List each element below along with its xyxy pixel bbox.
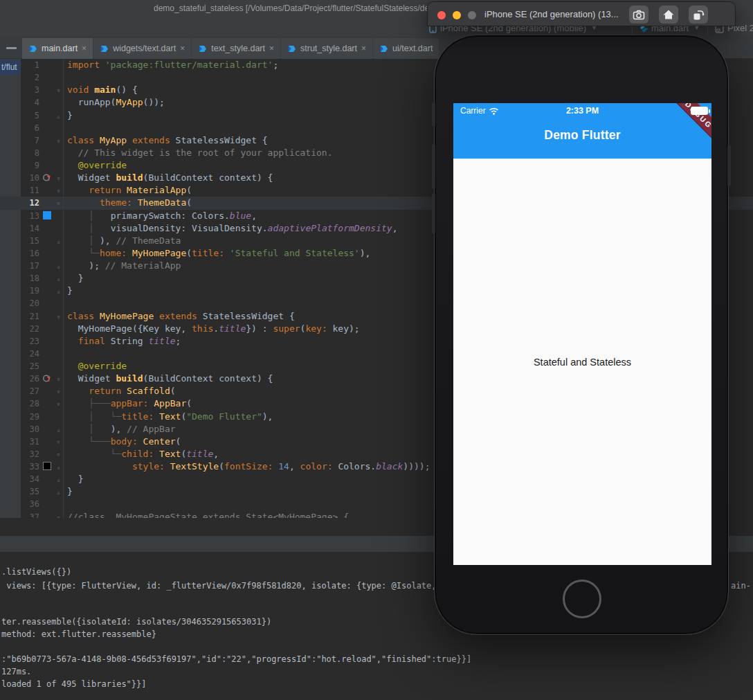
code-segment: style: — [132, 461, 170, 472]
line-number: 26 — [21, 373, 39, 385]
override-method-icon — [42, 373, 52, 383]
code-segment: } — [67, 285, 73, 296]
line-number: 9 — [21, 159, 39, 172]
tab-label: ui/text.dart — [392, 44, 433, 53]
fold-marker[interactable]: ▿ — [54, 436, 63, 449]
rotate-icon — [691, 8, 705, 21]
line-number: 11 — [21, 184, 39, 197]
fold-marker[interactable]: ▿ — [54, 84, 63, 97]
line-number: 29 — [21, 411, 39, 423]
fold-marker[interactable]: ▵ — [54, 285, 63, 298]
editor-tab-main-dart[interactable]: main.dart× — [22, 38, 93, 59]
code-text: return MaterialApp( — [63, 185, 192, 195]
tab-close-icon[interactable]: × — [361, 44, 366, 53]
close-traffic-light[interactable] — [437, 11, 446, 19]
fold-marker[interactable]: ▵ — [54, 260, 63, 273]
simulator-screen[interactable]: DEBUG Carrier 2:33 PM Demo Flutter State… — [453, 103, 711, 565]
fold-marker[interactable]: ▿ — [54, 373, 63, 386]
code-segment: fontSize: — [224, 461, 278, 472]
fold-marker[interactable]: ▿ — [54, 449, 63, 461]
line-number: 30 — [21, 423, 39, 436]
fold-marker[interactable]: ▿ — [54, 135, 63, 147]
code-text: └─home: MyHomePage(title: 'Stateful and … — [63, 248, 370, 258]
code-segment — [67, 185, 89, 195]
fold-marker[interactable]: ▵ — [54, 461, 63, 474]
console-line: views: [{type: FlutterView, id: _flutter… — [1, 580, 446, 591]
code-segment: Widget — [67, 373, 116, 384]
fold-marker[interactable]: ▵ — [54, 110, 63, 123]
line-number: 35 — [21, 485, 39, 498]
line-number: 16 — [21, 247, 39, 260]
code-segment: adaptivePlatformDensity — [268, 223, 392, 233]
tab-close-icon[interactable]: × — [180, 44, 185, 53]
code-segment: ), — [100, 235, 116, 246]
color-swatch-black — [43, 462, 51, 470]
fold-marker[interactable]: ▿ — [54, 185, 63, 197]
console-line: ter.reassemble({isolateId: isolates/3046… — [1, 616, 271, 627]
code-segment: (BuildContext context) { — [143, 373, 273, 384]
fold-marker[interactable]: ▿ — [54, 172, 63, 185]
line-number: 24 — [21, 348, 39, 360]
tab-label: main.dart — [42, 44, 78, 53]
code-segment: key); — [333, 323, 360, 334]
editor-tab-widgets-text-dart[interactable]: widgets/text.dart× — [93, 38, 191, 59]
gutter-color-swatch-slot[interactable] — [39, 210, 54, 222]
line-number: 7 — [21, 134, 39, 147]
fold-marker[interactable]: ▵ — [54, 273, 63, 285]
fold-marker[interactable]: ▵ — [54, 424, 63, 436]
volume-up-button — [432, 144, 435, 189]
rotate-button[interactable] — [689, 6, 708, 24]
code-segment: MyApp — [100, 135, 132, 145]
editor-tab-text-style-dart[interactable]: text_style.dart× — [192, 38, 280, 59]
line-number: 5 — [21, 109, 39, 122]
code-text: class MyHomePage extends StatelessWidget… — [63, 311, 295, 321]
line-number: 27 — [21, 385, 39, 397]
fold-marker[interactable]: ▿ — [54, 311, 63, 323]
code-text: } — [63, 474, 83, 484]
editor-tab-ui-text-dart[interactable]: ui/text.dart — [373, 38, 439, 59]
code-segment: appBar: — [111, 398, 154, 409]
code-segment: ThemeData — [138, 197, 186, 208]
code-segment: body: — [111, 436, 143, 447]
code-segment: ( — [176, 436, 181, 447]
status-bar: Carrier 2:33 PM — [453, 103, 711, 120]
code-segment: return — [89, 185, 127, 195]
gutter-override-icon-slot[interactable] — [39, 373, 54, 385]
home-button[interactable] — [659, 6, 678, 24]
code-segment: @override — [67, 361, 127, 371]
fold-marker[interactable]: ▿ — [54, 398, 63, 411]
code-text: │ ), // AppBar — [63, 424, 176, 434]
code-segment: │ — [67, 235, 100, 246]
code-text: │ primarySwatch: Colors.blue, — [63, 210, 257, 221]
fold-marker[interactable]: ▵ — [54, 235, 63, 248]
code-segment: , — [392, 223, 398, 233]
code-segment: │ └─ — [67, 411, 121, 422]
simulator-window-title: iPhone SE (2nd generation) (13... — [484, 9, 619, 19]
home-button-ring[interactable] — [563, 580, 601, 618]
fold-marker[interactable]: ▵ — [54, 486, 63, 499]
tab-close-icon[interactable]: × — [82, 44, 87, 53]
gutter-override-icon-slot[interactable] — [39, 172, 54, 184]
code-text: import 'package:flutter/material.dart'; — [63, 60, 278, 70]
line-number: 21 — [21, 310, 39, 323]
simulator-titlebar[interactable]: iPhone SE (2nd generation) (13... — [427, 1, 736, 26]
code-text: } — [63, 285, 73, 296]
gutter-color-swatch-slot[interactable] — [39, 460, 54, 473]
code-segment: color: — [300, 461, 338, 472]
fold-marker[interactable]: ▵ — [54, 474, 63, 486]
fold-marker[interactable]: ▿ — [54, 197, 63, 210]
fold-marker[interactable]: ▿ — [54, 512, 63, 519]
code-text: theme: ThemeData( — [63, 197, 192, 208]
fold-marker[interactable]: ▿ — [54, 386, 63, 398]
tab-bar-dash-icon[interactable] — [6, 47, 17, 49]
code-segment: class — [67, 311, 100, 321]
code-segment: │ — [67, 424, 111, 434]
screenshot-button[interactable] — [629, 6, 648, 24]
code-segment: ( — [219, 461, 224, 472]
code-segment: ); — [67, 260, 105, 271]
dart-file-icon — [198, 44, 207, 53]
tab-close-icon[interactable]: × — [269, 44, 274, 53]
code-segment: }) : — [246, 323, 273, 334]
minimize-traffic-light[interactable] — [453, 11, 461, 19]
editor-tab-strut-style-dart[interactable]: strut_style.dart× — [281, 38, 372, 59]
